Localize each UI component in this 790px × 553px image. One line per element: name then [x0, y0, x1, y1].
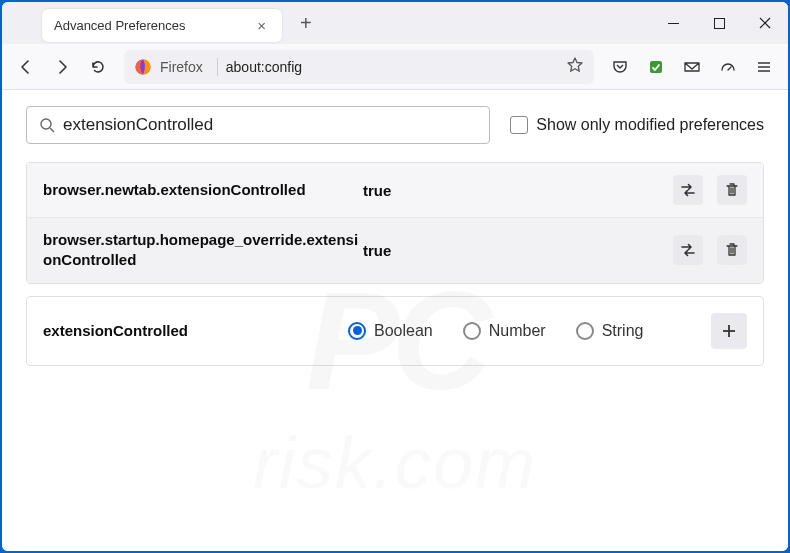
radio-label: String	[602, 322, 644, 340]
back-button[interactable]	[10, 51, 42, 83]
preference-value: true	[363, 182, 673, 199]
mail-icon[interactable]	[676, 51, 708, 83]
type-radio-group: Boolean Number String	[348, 322, 711, 340]
preference-actions	[673, 235, 747, 265]
radio-boolean[interactable]: Boolean	[348, 322, 433, 340]
checkbox-icon	[510, 116, 528, 134]
toggle-button[interactable]	[673, 175, 703, 205]
radio-label: Boolean	[374, 322, 433, 340]
browser-tab[interactable]: Advanced Preferences ×	[42, 9, 282, 42]
radio-label: Number	[489, 322, 546, 340]
forward-button[interactable]	[46, 51, 78, 83]
tab-title: Advanced Preferences	[54, 18, 186, 33]
window-controls	[650, 2, 788, 44]
radio-number[interactable]: Number	[463, 322, 546, 340]
urlbar-text: about:config	[226, 59, 566, 75]
url-bar[interactable]: Firefox about:config	[124, 50, 594, 84]
close-tab-icon[interactable]: ×	[253, 17, 270, 34]
urlbar-app-label: Firefox	[160, 59, 203, 75]
maximize-button[interactable]	[696, 2, 742, 44]
delete-button[interactable]	[717, 175, 747, 205]
delete-button[interactable]	[717, 235, 747, 265]
bookmark-star-icon[interactable]	[566, 56, 584, 77]
new-preference-name: extensionControlled	[43, 322, 348, 339]
preference-value: true	[363, 242, 673, 259]
extension-icon[interactable]	[640, 51, 672, 83]
radio-icon	[576, 322, 594, 340]
browser-window: Advanced Preferences × +	[2, 2, 788, 551]
svg-line-10	[50, 128, 54, 132]
menu-button[interactable]	[748, 51, 780, 83]
svg-rect-5	[650, 61, 662, 73]
trash-icon	[724, 242, 740, 258]
plus-icon	[721, 323, 737, 339]
toggle-icon	[679, 241, 697, 259]
pocket-icon[interactable]	[604, 51, 636, 83]
close-window-button[interactable]	[742, 2, 788, 44]
preference-list: browser.newtab.extensionControlled true …	[26, 162, 764, 284]
new-tab-button[interactable]: +	[292, 8, 320, 39]
page-content: PC risk.com extensionControlled Show onl…	[2, 90, 788, 551]
minimize-button[interactable]	[650, 2, 696, 44]
svg-point-9	[41, 119, 51, 129]
search-icon	[39, 117, 55, 133]
firefox-icon	[134, 58, 152, 76]
preference-row[interactable]: browser.newtab.extensionControlled true	[27, 163, 763, 217]
show-modified-checkbox[interactable]: Show only modified preferences	[510, 116, 764, 134]
urlbar-separator	[217, 58, 218, 76]
search-input[interactable]: extensionControlled	[26, 106, 490, 144]
preference-name: browser.startup.homepage_override.extens…	[43, 230, 363, 271]
radio-icon	[348, 322, 366, 340]
dashboard-icon[interactable]	[712, 51, 744, 83]
preference-name: browser.newtab.extensionControlled	[43, 180, 363, 200]
preference-row[interactable]: browser.startup.homepage_override.extens…	[27, 217, 763, 283]
svg-rect-1	[714, 18, 724, 28]
search-value: extensionControlled	[63, 115, 213, 135]
add-preference-button[interactable]	[711, 313, 747, 349]
reload-button[interactable]	[82, 51, 114, 83]
trash-icon	[724, 182, 740, 198]
checkbox-label: Show only modified preferences	[536, 116, 764, 134]
preference-actions	[673, 175, 747, 205]
nav-toolbar: Firefox about:config	[2, 44, 788, 90]
titlebar: Advanced Preferences × +	[2, 2, 788, 44]
radio-string[interactable]: String	[576, 322, 644, 340]
radio-icon	[463, 322, 481, 340]
toggle-button[interactable]	[673, 235, 703, 265]
new-preference-row: extensionControlled Boolean Number Strin…	[26, 296, 764, 366]
toggle-icon	[679, 181, 697, 199]
search-row: extensionControlled Show only modified p…	[26, 106, 764, 144]
